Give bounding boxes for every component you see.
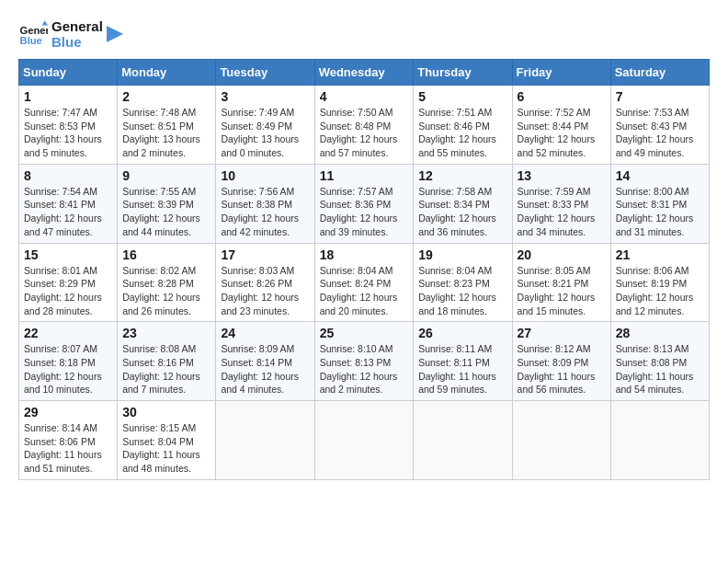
calendar-cell: 19 Sunrise: 8:04 AM Sunset: 8:23 PM Dayl… — [414, 243, 512, 322]
calendar-cell: 11 Sunrise: 7:57 AM Sunset: 8:36 PM Dayl… — [314, 164, 414, 243]
day-info: Sunrise: 7:47 AM Sunset: 8:53 PM Dayligh… — [24, 106, 112, 160]
day-number: 8 — [24, 168, 112, 183]
day-number: 3 — [221, 89, 309, 104]
day-info: Sunrise: 7:53 AM Sunset: 8:43 PM Dayligh… — [616, 106, 704, 160]
calendar-header-row: SundayMondayTuesdayWednesdayThursdayFrid… — [19, 60, 710, 86]
day-number: 10 — [221, 168, 309, 183]
day-number: 27 — [518, 326, 606, 340]
day-number: 29 — [24, 405, 112, 419]
day-number: 13 — [518, 168, 606, 183]
day-header-monday: Monday — [118, 60, 216, 86]
calendar-cell: 7 Sunrise: 7:53 AM Sunset: 8:43 PM Dayli… — [610, 86, 709, 165]
day-number: 4 — [320, 89, 409, 104]
day-number: 1 — [24, 89, 112, 104]
calendar-cell: 6 Sunrise: 7:52 AM Sunset: 8:44 PM Dayli… — [512, 86, 610, 165]
calendar-cell: 5 Sunrise: 7:51 AM Sunset: 8:46 PM Dayli… — [414, 86, 512, 165]
day-number: 2 — [122, 89, 210, 104]
day-info: Sunrise: 7:51 AM Sunset: 8:46 PM Dayligh… — [418, 106, 506, 160]
calendar-cell — [216, 401, 314, 480]
day-info: Sunrise: 8:07 AM Sunset: 8:18 PM Dayligh… — [24, 342, 112, 396]
svg-marker-3 — [107, 26, 123, 42]
calendar-cell: 3 Sunrise: 7:49 AM Sunset: 8:49 PM Dayli… — [216, 86, 314, 165]
day-info: Sunrise: 8:04 AM Sunset: 8:23 PM Dayligh… — [418, 264, 506, 318]
calendar-week-row: 1 Sunrise: 7:47 AM Sunset: 8:53 PM Dayli… — [19, 86, 710, 165]
day-info: Sunrise: 8:05 AM Sunset: 8:21 PM Dayligh… — [518, 264, 606, 318]
day-info: Sunrise: 8:13 AM Sunset: 8:08 PM Dayligh… — [616, 342, 704, 396]
day-info: Sunrise: 8:02 AM Sunset: 8:28 PM Dayligh… — [122, 264, 210, 318]
logo-general: General — [51, 18, 103, 34]
logo-blue: Blue — [51, 34, 103, 50]
day-info: Sunrise: 7:48 AM Sunset: 8:51 PM Dayligh… — [122, 106, 210, 160]
day-info: Sunrise: 8:08 AM Sunset: 8:16 PM Dayligh… — [122, 342, 210, 396]
calendar-cell: 2 Sunrise: 7:48 AM Sunset: 8:51 PM Dayli… — [118, 86, 216, 165]
calendar-cell — [414, 401, 512, 480]
svg-text:Blue: Blue — [20, 35, 42, 46]
calendar-week-row: 8 Sunrise: 7:54 AM Sunset: 8:41 PM Dayli… — [19, 164, 710, 243]
day-number: 19 — [418, 247, 506, 262]
day-info: Sunrise: 7:54 AM Sunset: 8:41 PM Dayligh… — [24, 185, 112, 239]
day-number: 25 — [320, 326, 409, 340]
day-info: Sunrise: 7:49 AM Sunset: 8:49 PM Dayligh… — [221, 106, 309, 160]
calendar-cell — [610, 401, 709, 480]
day-info: Sunrise: 7:56 AM Sunset: 8:38 PM Dayligh… — [221, 185, 309, 239]
calendar-cell — [512, 401, 610, 480]
calendar-cell: 21 Sunrise: 8:06 AM Sunset: 8:19 PM Dayl… — [610, 243, 709, 322]
day-info: Sunrise: 8:04 AM Sunset: 8:24 PM Dayligh… — [320, 264, 409, 318]
day-header-thursday: Thursday — [414, 60, 512, 86]
calendar-week-row: 22 Sunrise: 8:07 AM Sunset: 8:18 PM Dayl… — [19, 322, 710, 401]
calendar-cell: 15 Sunrise: 8:01 AM Sunset: 8:29 PM Dayl… — [19, 243, 118, 322]
day-number: 20 — [518, 247, 606, 262]
svg-marker-2 — [42, 21, 48, 26]
day-info: Sunrise: 8:09 AM Sunset: 8:14 PM Dayligh… — [221, 342, 309, 396]
calendar-cell: 1 Sunrise: 7:47 AM Sunset: 8:53 PM Dayli… — [19, 86, 118, 165]
calendar-cell: 14 Sunrise: 8:00 AM Sunset: 8:31 PM Dayl… — [610, 164, 709, 243]
day-number: 26 — [418, 326, 506, 340]
day-info: Sunrise: 8:06 AM Sunset: 8:19 PM Dayligh… — [616, 264, 704, 318]
calendar-cell: 30 Sunrise: 8:15 AM Sunset: 8:04 PM Dayl… — [118, 401, 216, 480]
calendar-cell: 10 Sunrise: 7:56 AM Sunset: 8:38 PM Dayl… — [216, 164, 314, 243]
calendar-cell: 23 Sunrise: 8:08 AM Sunset: 8:16 PM Dayl… — [118, 322, 216, 401]
calendar-cell: 16 Sunrise: 8:02 AM Sunset: 8:28 PM Dayl… — [118, 243, 216, 322]
day-info: Sunrise: 8:01 AM Sunset: 8:29 PM Dayligh… — [24, 264, 112, 318]
day-number: 12 — [418, 168, 506, 183]
page-container: General Blue General Blue SundayMondayTu… — [18, 18, 710, 480]
day-header-saturday: Saturday — [610, 60, 709, 86]
calendar-cell: 13 Sunrise: 7:59 AM Sunset: 8:33 PM Dayl… — [512, 164, 610, 243]
day-info: Sunrise: 8:15 AM Sunset: 8:04 PM Dayligh… — [122, 421, 210, 476]
day-info: Sunrise: 8:11 AM Sunset: 8:11 PM Dayligh… — [418, 342, 506, 396]
calendar-cell: 26 Sunrise: 8:11 AM Sunset: 8:11 PM Dayl… — [414, 322, 512, 401]
day-header-tuesday: Tuesday — [216, 60, 314, 86]
header: General Blue General Blue — [18, 18, 710, 50]
day-number: 15 — [24, 247, 112, 262]
day-number: 14 — [616, 168, 704, 183]
calendar-cell: 28 Sunrise: 8:13 AM Sunset: 8:08 PM Dayl… — [610, 322, 709, 401]
day-number: 5 — [418, 89, 506, 104]
calendar-cell: 22 Sunrise: 8:07 AM Sunset: 8:18 PM Dayl… — [19, 322, 118, 401]
day-number: 21 — [616, 247, 704, 262]
day-info: Sunrise: 7:57 AM Sunset: 8:36 PM Dayligh… — [320, 185, 409, 239]
day-number: 24 — [221, 326, 309, 340]
calendar-cell: 12 Sunrise: 7:58 AM Sunset: 8:34 PM Dayl… — [414, 164, 512, 243]
day-number: 22 — [24, 326, 112, 340]
day-header-friday: Friday — [512, 60, 610, 86]
calendar-cell: 20 Sunrise: 8:05 AM Sunset: 8:21 PM Dayl… — [512, 243, 610, 322]
calendar-cell — [314, 401, 414, 480]
calendar-cell: 25 Sunrise: 8:10 AM Sunset: 8:13 PM Dayl… — [314, 322, 414, 401]
svg-text:General: General — [20, 25, 48, 36]
day-number: 11 — [320, 168, 409, 183]
calendar-cell: 9 Sunrise: 7:55 AM Sunset: 8:39 PM Dayli… — [118, 164, 216, 243]
calendar-cell: 17 Sunrise: 8:03 AM Sunset: 8:26 PM Dayl… — [216, 243, 314, 322]
day-info: Sunrise: 7:58 AM Sunset: 8:34 PM Dayligh… — [418, 185, 506, 239]
calendar-cell: 4 Sunrise: 7:50 AM Sunset: 8:48 PM Dayli… — [314, 86, 414, 165]
calendar-cell: 27 Sunrise: 8:12 AM Sunset: 8:09 PM Dayl… — [512, 322, 610, 401]
day-header-sunday: Sunday — [19, 60, 118, 86]
logo-icon: General Blue — [18, 19, 48, 49]
day-info: Sunrise: 8:12 AM Sunset: 8:09 PM Dayligh… — [518, 342, 606, 396]
day-number: 18 — [320, 247, 409, 262]
day-number: 17 — [221, 247, 309, 262]
day-number: 6 — [518, 89, 606, 104]
calendar-body: 1 Sunrise: 7:47 AM Sunset: 8:53 PM Dayli… — [19, 86, 710, 480]
day-number: 7 — [616, 89, 704, 104]
calendar-week-row: 29 Sunrise: 8:14 AM Sunset: 8:06 PM Dayl… — [19, 401, 710, 480]
day-number: 16 — [122, 247, 210, 262]
